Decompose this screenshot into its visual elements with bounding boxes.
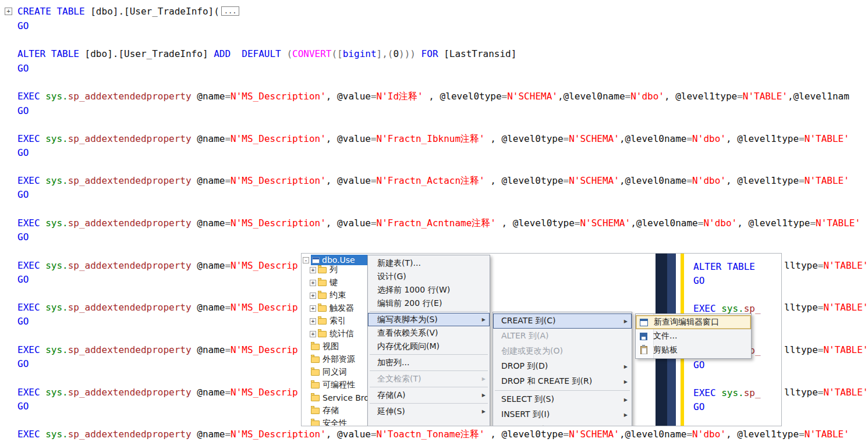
menu-item[interactable]: SELECT 到(S)▶	[493, 392, 632, 407]
code-token: GO	[17, 20, 29, 31]
menu-item[interactable]: 加密列...	[368, 356, 490, 369]
table-context-menu: 新建表(T)...设计(G)选择前 1000 行(W)编辑前 200 行(E)编…	[367, 255, 490, 426]
tree-item[interactable]: 安全性	[311, 418, 367, 426]
folder-icon	[318, 305, 327, 312]
code-token: N'TABLE'	[823, 260, 868, 271]
code-token: sp_addextendedproperty	[68, 302, 197, 313]
menu-item[interactable]: 设计(G)	[368, 270, 490, 283]
menu-item[interactable]: DROP 到(D)▶	[493, 359, 632, 374]
menu-item[interactable]: 剪贴板	[636, 343, 751, 357]
tree-item[interactable]: +列	[310, 264, 367, 276]
menu-item[interactable]: 查看依赖关系(V)	[368, 326, 490, 340]
tree-item[interactable]: +索引	[310, 315, 367, 327]
object-tree[interactable]: -dbo.Use+列+键+约束+触发器+索引+统计信视图外部资源同义词可编程性S…	[302, 254, 367, 426]
tree-item[interactable]: 同义词	[311, 366, 367, 378]
expand-expander-icon[interactable]: +	[310, 318, 316, 325]
collapsed-region-box[interactable]: ...	[221, 6, 240, 16]
tree-item[interactable]: Service Bro	[311, 392, 367, 404]
menu-item-label: 文件...	[653, 331, 677, 341]
code-token: =	[371, 133, 377, 144]
code-line: EXEC sys.sp_addextendedproperty @name=N'…	[17, 429, 849, 440]
code-token: N'MS_Description'	[231, 218, 326, 229]
code-line: GO	[17, 231, 29, 243]
menu-item[interactable]: DROP 和 CREATE 到(R)▶	[493, 374, 632, 389]
menu-item[interactable]: 存储(A)▶	[368, 388, 490, 402]
code-line: GO	[17, 316, 29, 327]
code-token: EXEC	[17, 175, 45, 186]
code-line: EXEC sys.sp_addextendedproperty @name=N'…	[17, 387, 298, 398]
menu-item[interactable]: INSERT 到(I)▶	[493, 407, 632, 422]
code-token: @name	[197, 429, 225, 440]
code-token: N'TABLE'	[805, 175, 849, 186]
code-token: N'Toactn_Toname注释'	[377, 429, 485, 440]
code-token: =	[225, 133, 231, 144]
code-token: (	[286, 48, 292, 59]
code-token: N'dbo'	[692, 175, 726, 186]
tree-item[interactable]: 可编程性	[311, 379, 367, 391]
code-line: GO	[17, 20, 29, 32]
submenu-arrow-icon: ▶	[624, 379, 628, 384]
code-token: GO	[17, 147, 29, 158]
code-token: N'TABLE'	[823, 344, 868, 355]
menu-item[interactable]: 新建表(T)...	[368, 256, 490, 270]
code-token: =	[225, 91, 231, 102]
code-token: GO	[17, 231, 29, 243]
expand-expander-icon[interactable]: +	[310, 293, 316, 299]
expand-expander-icon[interactable]: +	[310, 267, 316, 273]
fold-expander-icon[interactable]: +	[5, 8, 12, 15]
tree-item-label: 索引	[330, 316, 346, 326]
menu-separator	[370, 403, 488, 404]
menu-item[interactable]: 编辑前 200 行(E)	[368, 297, 490, 310]
code-token: =	[225, 429, 231, 440]
table-icon	[312, 257, 320, 263]
expand-expander-icon[interactable]: +	[310, 280, 316, 286]
code-token: =	[799, 429, 805, 440]
code-token: N'SCHEMA'	[569, 175, 619, 186]
code-token: GO	[693, 401, 704, 412]
expand-expander-icon[interactable]: +	[310, 331, 316, 337]
code-token: 0	[393, 48, 399, 59]
menu-item[interactable]: 选择前 1000 行(W)	[368, 283, 490, 297]
tree-item[interactable]: 视图	[311, 341, 367, 352]
code-token: N'MS_Description'	[231, 175, 326, 186]
code-token: N'TABLE'	[805, 429, 849, 440]
code-token: N'TABLE'	[823, 302, 868, 313]
tree-item[interactable]: +键	[310, 277, 367, 288]
tree-item[interactable]: 外部资源	[311, 354, 367, 365]
code-token: N'TABLE'	[805, 133, 849, 144]
code-token: =	[818, 302, 824, 313]
code-token: sys.	[45, 344, 68, 355]
code-token: N'SCHEMA'	[507, 91, 558, 102]
menu-item-label: 全文检索(T)	[377, 374, 421, 384]
folder-icon	[318, 280, 327, 286]
tree-item[interactable]: 存储	[311, 405, 367, 416]
menu-item[interactable]: 编写表脚本为(S)▶	[368, 313, 490, 326]
menu-item-label: 选择前 1000 行(W)	[377, 285, 450, 295]
code-token: N'MS_Description'	[231, 429, 326, 440]
code-token: bigint	[343, 48, 377, 59]
expand-expander-icon[interactable]: +	[310, 305, 316, 312]
tree-item-label: Service Bro	[323, 393, 367, 402]
menu-item[interactable]: 内存优化顾问(M)	[368, 340, 490, 353]
menu-item[interactable]: 延伸(S)▶	[368, 405, 490, 418]
code-token: N'MS_Descrip	[231, 344, 298, 355]
submenu-arrow-icon: ▶	[482, 393, 486, 398]
tree-item-label: 外部资源	[323, 354, 355, 365]
code-line: CREATE TABLE [dbo].[User_TradeInfo](...	[17, 6, 239, 17]
folder-icon	[311, 408, 320, 414]
tree-item[interactable]: +统计信	[310, 328, 367, 340]
menu-item[interactable]: 新查询编辑器窗口	[636, 315, 751, 329]
code-token: =	[818, 260, 824, 271]
code-token: sys.	[721, 387, 744, 398]
menu-item-label: 查看依赖关系(V)	[377, 328, 438, 338]
code-token: sys.	[45, 387, 68, 398]
menu-item[interactable]: 文件...	[636, 329, 751, 343]
menu-item[interactable]: UPDATE 到(U)▶	[493, 422, 632, 426]
code-token: EXEC	[17, 344, 45, 355]
collapse-expander-icon[interactable]: -	[303, 257, 309, 263]
code-token: =	[686, 175, 692, 186]
menu-item[interactable]: CREATE 到(C)▶	[493, 313, 632, 329]
tree-item[interactable]: +约束	[310, 290, 367, 301]
tree-item[interactable]: +触发器	[310, 302, 367, 314]
file-icon	[640, 333, 647, 340]
